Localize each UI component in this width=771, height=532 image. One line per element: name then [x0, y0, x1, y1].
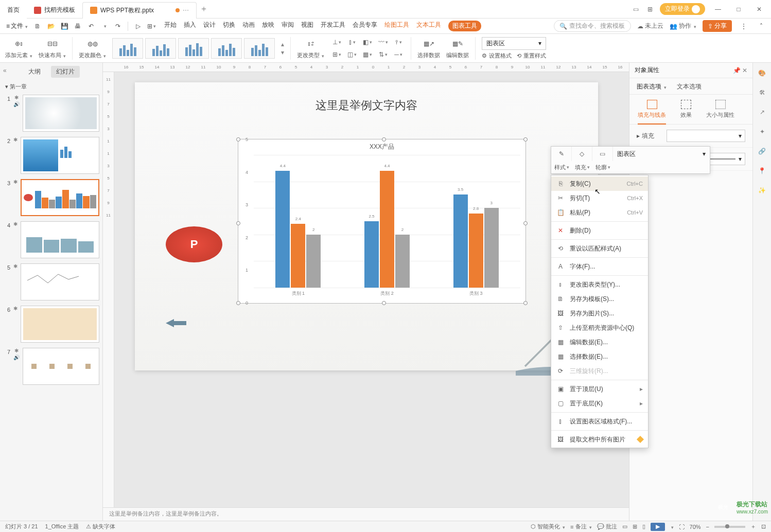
window-maximize-button[interactable]: □ [731, 6, 746, 13]
ctx-extract-images[interactable]: 🖼提取文档中所有图片 [551, 432, 648, 447]
slide-thumb-2[interactable]: 2 ✱ [3, 137, 99, 174]
axis-title-icon[interactable]: ⫿ [346, 37, 358, 48]
prop-tab-text-options[interactable]: 文本选项 [677, 82, 702, 94]
window-close-button[interactable]: ✕ [751, 6, 767, 13]
ribbon-tab-design[interactable]: 设计 [203, 21, 216, 31]
chart-style-4[interactable] [211, 38, 242, 59]
status-beautify[interactable]: ⬡智能美化 [531, 523, 565, 530]
slide-thumb-5[interactable]: 5 ✱ [3, 263, 99, 300]
status-comment-button[interactable]: 💬批注 [597, 523, 617, 530]
prop-tab-chart-options[interactable]: 图表选项 [637, 82, 667, 94]
window-minimize-button[interactable]: — [710, 6, 726, 13]
mini-outline-label[interactable]: 轮廓 [592, 161, 613, 173]
close-panel-icon[interactable]: ✕ [742, 67, 747, 74]
ctx-copy[interactable]: ⎘复制(C)Ctrl+C [551, 176, 648, 191]
ribbon-tab-review[interactable]: 审阅 [282, 21, 294, 31]
file-menu[interactable]: ≡ 文件 [4, 22, 30, 30]
ribbon-tab-draw-tools[interactable]: 绘图工具 [384, 21, 409, 31]
ribbon-tab-chart-tools[interactable]: 图表工具 [448, 21, 481, 31]
cloud-sync-button[interactable]: ☁未上云 [637, 22, 663, 30]
slideshow-play-button[interactable]: ▶ [651, 523, 665, 531]
ctx-delete[interactable]: ✕删除(D) [551, 223, 648, 238]
save-icon[interactable]: 💾 [59, 21, 70, 32]
chart-style-3[interactable] [178, 38, 209, 59]
legend-icon[interactable]: ◫ [346, 49, 358, 60]
tab-more-icon[interactable]: ⋯ [183, 7, 189, 14]
fit-window-icon[interactable]: ⛶ [679, 524, 685, 530]
prop-fill-toggle[interactable]: ▸ 填充 [637, 132, 662, 140]
mini-fill-icon[interactable]: ◇ [572, 147, 592, 161]
slideshow-options[interactable] [670, 524, 674, 530]
side-location-icon[interactable]: 📍 [757, 166, 767, 176]
share-button[interactable]: ⇪分享 [703, 20, 732, 32]
collapse-panel-icon[interactable]: « [3, 67, 7, 74]
side-sparkle-icon[interactable]: ✨ [757, 185, 767, 196]
gridline-icon[interactable]: ⊞ [330, 49, 343, 60]
ctx-save-template[interactable]: 🗎另存为模板(S)... [551, 292, 648, 306]
side-toolbox-icon[interactable]: 🛠 [757, 87, 767, 98]
notes-bar[interactable]: 这里是举例备注内容，这里是举例备注内容。 [103, 507, 629, 521]
ctx-select-data[interactable]: ▦选择数据(E)... [551, 349, 648, 364]
collaborate-button[interactable]: 👥协作 [670, 22, 696, 30]
prop-sub-effects[interactable]: 效果 [680, 100, 692, 119]
slide-thumb-7[interactable]: 7 ✱🔊 [3, 348, 99, 385]
change-color-button[interactable]: ◍◍ 更改颜色 [79, 37, 106, 59]
status-missing-font[interactable]: ⚠缺失字体 [86, 523, 115, 530]
chart-style-2[interactable] [145, 38, 176, 59]
zoom-out-button[interactable]: − [706, 524, 709, 530]
mini-style-label[interactable]: 样式 [551, 161, 572, 173]
mini-area-combo[interactable]: 图表区▾ [613, 150, 710, 158]
open-file-icon[interactable]: 📂 [45, 21, 57, 32]
view-reading-icon[interactable]: ▯ [642, 523, 645, 530]
tab-current-file[interactable]: WPS PPT教程.pptx ⋯ [82, 2, 197, 19]
slides-tab[interactable]: 幻灯片 [51, 66, 80, 78]
grid-apps-icon[interactable]: ⊞ [645, 5, 655, 14]
command-search-input[interactable]: 🔍查找命令、搜索模板 [554, 20, 631, 32]
tab-docke-templates[interactable]: 找稻壳模板 [27, 2, 82, 19]
zoom-slider[interactable] [714, 526, 745, 528]
ribbon-tab-view[interactable]: 视图 [301, 21, 313, 31]
quick-layout-button[interactable]: ⊟⊟ 快速布局 [39, 37, 66, 59]
prop-sub-fill-line[interactable]: 填充与线条 [638, 100, 666, 125]
side-select-arrow-icon[interactable]: ↗ [757, 107, 767, 117]
chart-style-1[interactable] [112, 38, 143, 59]
updown-bar-icon[interactable]: ⇅ [377, 49, 389, 60]
mini-outline-icon[interactable]: ▭ [592, 147, 613, 161]
add-element-button[interactable]: ⊕⫾ 添加元素 [5, 37, 32, 59]
pin-icon[interactable]: 📌 [733, 67, 741, 74]
ctx-cut[interactable]: ✂剪切(T)Ctrl+X [551, 191, 648, 205]
collapse-ribbon-icon[interactable]: ˄ [756, 21, 767, 32]
side-palette-icon[interactable]: 🎨 [757, 68, 767, 78]
undo-icon[interactable]: ↶ [85, 21, 97, 32]
line-style-icon[interactable]: ─ [392, 49, 405, 60]
new-file-icon[interactable]: 🗎 [32, 21, 43, 32]
ribbon-tab-devtools[interactable]: 开发工具 [321, 21, 345, 31]
zoom-value[interactable]: 70% [690, 524, 701, 530]
section-header[interactable]: ▾ 第一章 [0, 81, 102, 93]
data-label-icon[interactable]: ◧ [361, 37, 374, 48]
error-bar-icon[interactable]: ⫯ [392, 37, 405, 48]
side-animation-icon[interactable]: ✦ [757, 127, 767, 137]
slide-thumb-4[interactable]: 4 ✱ [3, 221, 99, 258]
axes-icon[interactable]: ⊥ [330, 37, 343, 48]
zoom-in-button[interactable]: ＋ [750, 523, 756, 530]
prop-fill-combo[interactable]: ▾ [667, 130, 745, 142]
play-from-current-icon[interactable]: ▷ [132, 21, 144, 32]
gallery-scroll-up[interactable]: ▴ [281, 41, 284, 48]
more-menu-icon[interactable]: ⋮ [738, 21, 749, 32]
ctx-edit-data[interactable]: ▦编辑数据(E)... [551, 335, 648, 349]
fit-page-icon[interactable]: ⊡ [761, 523, 766, 530]
trendline-icon[interactable]: 〰 [377, 37, 389, 48]
side-link-icon[interactable]: 🔗 [757, 146, 767, 156]
status-notes-button[interactable]: ≡备注 [570, 523, 591, 530]
outline-tab[interactable]: 大纲 [23, 66, 46, 78]
ctx-reset-style[interactable]: ⟲重设以匹配样式(A) [551, 241, 648, 256]
ctx-upload-docke[interactable]: ⇧上传至稻壳资源中心(Q) [551, 321, 648, 335]
change-chart-type-button[interactable]: ⫾⇄ 更改类型 [297, 37, 324, 59]
slide-thumb-1[interactable]: 1 ✱🔊 [3, 95, 99, 132]
ribbon-tab-transition[interactable]: 切换 [223, 21, 235, 31]
tab-home[interactable]: 首页 [0, 2, 27, 19]
chart-style-gallery[interactable] [112, 38, 275, 59]
ribbon-tab-start[interactable]: 开始 [164, 21, 177, 31]
print-icon[interactable]: 🖶 [72, 21, 83, 32]
